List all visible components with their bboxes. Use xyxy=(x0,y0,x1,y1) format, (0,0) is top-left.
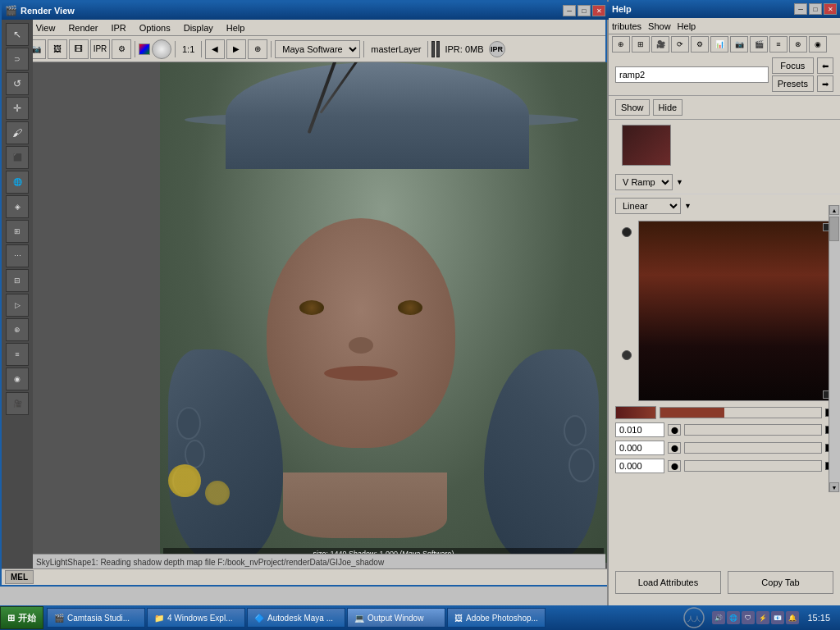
toolbar-btn-ipr[interactable]: IPR xyxy=(90,39,110,59)
node-name-input[interactable] xyxy=(615,66,769,83)
interpolation-dropdown[interactable]: Linear xyxy=(615,198,681,214)
minimize-button[interactable]: ─ xyxy=(563,5,576,16)
menu-options[interactable]: Options xyxy=(136,21,174,34)
tool-texture[interactable]: ◈ xyxy=(6,195,29,218)
tool-layer[interactable]: ≡ xyxy=(6,343,29,366)
show-button[interactable]: Show xyxy=(615,99,650,116)
right-minimize-btn[interactable]: ─ xyxy=(794,3,807,15)
panel-icon-8[interactable]: 🎬 xyxy=(750,36,768,52)
arrow-down-btn[interactable]: ➡ xyxy=(817,75,833,92)
number-field-2[interactable] xyxy=(615,441,664,455)
panel-icon-11[interactable]: ◉ xyxy=(809,36,827,52)
panel-icon-9[interactable]: ≡ xyxy=(769,36,788,52)
scroll-down-btn[interactable]: ▼ xyxy=(829,482,839,492)
tool-transform[interactable]: ✛ xyxy=(6,97,29,120)
start-button[interactable]: ⊞ 开始 xyxy=(0,606,43,629)
renderer-dropdown[interactable]: Maya Software xyxy=(275,40,360,58)
attr-menu-item-help[interactable]: Help xyxy=(678,21,696,31)
toolbar-btn-right[interactable]: ▶ xyxy=(226,39,246,59)
attr-menu-item-show[interactable]: Show xyxy=(648,21,671,31)
menu-ipr[interactable]: IPR xyxy=(107,21,129,34)
right-close-btn[interactable]: ✕ xyxy=(824,3,837,15)
attr-scrollbar[interactable]: ▲ ▼ xyxy=(829,205,840,492)
number-slider-1[interactable] xyxy=(684,424,822,436)
number-field-2-slider-arrow[interactable]: ⬤ xyxy=(668,442,681,454)
tool-brush[interactable]: 🖌 xyxy=(6,121,29,144)
tray-icon-3[interactable]: 🛡 xyxy=(742,611,755,624)
taskbar-item-photoshop[interactable]: 🖼 Adobe Photoshop... xyxy=(447,608,546,628)
color-preview-swatch[interactable] xyxy=(622,125,671,166)
ramp-gradient-display[interactable] xyxy=(638,221,833,401)
taskbar-item-explorer[interactable]: 📁 4 Windows Expl... xyxy=(147,608,245,628)
ramp-bottom-handle-circle[interactable] xyxy=(622,350,632,360)
tool-deform[interactable]: ⊟ xyxy=(6,269,29,292)
tool-cam[interactable]: 🎥 xyxy=(6,392,29,415)
tray-icon-6[interactable]: 🔔 xyxy=(786,611,799,624)
mel-label[interactable]: MEL xyxy=(5,570,34,584)
tool-lasso[interactable]: ⊃ xyxy=(6,48,29,71)
right-restore-btn[interactable]: □ xyxy=(809,3,822,15)
tool-paint[interactable]: ⬛ xyxy=(6,146,29,169)
toolbar-btn-snap[interactable]: ⊕ xyxy=(248,39,267,59)
tool-select[interactable]: ↖ xyxy=(6,23,29,46)
focus-button[interactable]: Focus xyxy=(772,57,814,74)
toolbar-btn-5[interactable]: ⚙ xyxy=(112,39,131,59)
menu-view[interactable]: View xyxy=(33,21,59,34)
close-button[interactable]: ✕ xyxy=(592,5,605,16)
tool-display[interactable]: ◉ xyxy=(6,368,29,390)
tool-fx[interactable]: ⋯ xyxy=(6,244,29,267)
tool-anim[interactable]: ▷ xyxy=(6,294,29,317)
right-panel-title: Help xyxy=(612,4,632,14)
tool-rotate[interactable]: ↺ xyxy=(6,72,29,95)
menu-help[interactable]: Help xyxy=(223,21,249,34)
scrollbar-thumb-right[interactable] xyxy=(829,217,839,241)
color-swatch[interactable] xyxy=(615,406,656,419)
taskbar-item-camtasia[interactable]: 🎬 Camtasia Studi... xyxy=(47,608,145,628)
arrow-up-btn[interactable]: ⬅ xyxy=(817,57,833,74)
attr-menu-item-tributes[interactable]: tributes xyxy=(612,21,641,31)
number-field-1[interactable] xyxy=(615,422,664,437)
ramp-type-dropdown[interactable]: V Ramp xyxy=(615,174,673,190)
restore-button[interactable]: □ xyxy=(578,5,591,16)
tray-icon-2[interactable]: 🌐 xyxy=(727,611,740,624)
tool-sculpt[interactable]: 🌐 xyxy=(6,171,29,194)
number-field-1-slider-arrow[interactable]: ⬤ xyxy=(668,424,681,436)
tray-icon-5[interactable]: 📧 xyxy=(771,611,784,624)
scroll-up-btn[interactable]: ▲ xyxy=(829,205,839,215)
toolbar-btn-3[interactable]: 🖼 xyxy=(48,39,67,59)
panel-icon-4[interactable]: ⟳ xyxy=(671,36,689,52)
render-view-titlebar: 🎬 Render View ─ □ ✕ xyxy=(2,2,609,20)
ipr-pause-bar[interactable] xyxy=(431,41,435,57)
menu-display[interactable]: Display xyxy=(180,21,217,34)
copy-tab-button[interactable]: Copy Tab xyxy=(728,571,833,594)
tray-icon-4[interactable]: ⚡ xyxy=(756,611,769,624)
number-field-3-slider-arrow[interactable]: ⬤ xyxy=(668,460,681,472)
number-slider-2[interactable] xyxy=(684,442,822,454)
ramp-top-handle-circle[interactable] xyxy=(622,227,632,237)
taskbar-item-maya[interactable]: 🔷 Autodesk Maya ... xyxy=(247,608,345,628)
panel-icon-10[interactable]: ⊗ xyxy=(789,36,807,52)
color-slider[interactable] xyxy=(660,407,822,418)
panel-icon-7[interactable]: 📷 xyxy=(730,36,748,52)
taskbar-item-output[interactable]: 💻 Output Window xyxy=(347,608,445,628)
tool-skin[interactable]: ⊞ xyxy=(6,220,29,243)
toolbar-btn-4[interactable]: 🎞 xyxy=(69,39,89,59)
number-slider-3[interactable] xyxy=(684,460,822,472)
presets-button[interactable]: Presets xyxy=(772,75,814,92)
ipr-pause-bar2[interactable] xyxy=(436,41,440,57)
menu-render[interactable]: Render xyxy=(65,21,101,34)
panel-icon-6[interactable]: 📊 xyxy=(710,36,728,52)
tool-extras[interactable]: ⊕ xyxy=(6,318,29,341)
number-field-3[interactable] xyxy=(615,459,664,473)
toolbar-btn-left[interactable]: ◀ xyxy=(205,39,225,59)
load-attributes-button[interactable]: Load Attributes xyxy=(615,571,721,594)
panel-icon-5[interactable]: ⚙ xyxy=(691,36,709,52)
tray-icon-1[interactable]: 🔊 xyxy=(712,611,725,624)
right-titlebar-buttons: ─ □ ✕ xyxy=(794,3,837,15)
panel-icon-3[interactable]: 🎥 xyxy=(651,36,669,52)
photoshop-icon: 🖼 xyxy=(454,614,463,623)
panel-icon-1[interactable]: ⊕ xyxy=(612,36,630,52)
color-picker-btn[interactable] xyxy=(139,43,150,55)
hide-button[interactable]: Hide xyxy=(653,99,683,116)
panel-icon-2[interactable]: ⊞ xyxy=(632,36,650,52)
